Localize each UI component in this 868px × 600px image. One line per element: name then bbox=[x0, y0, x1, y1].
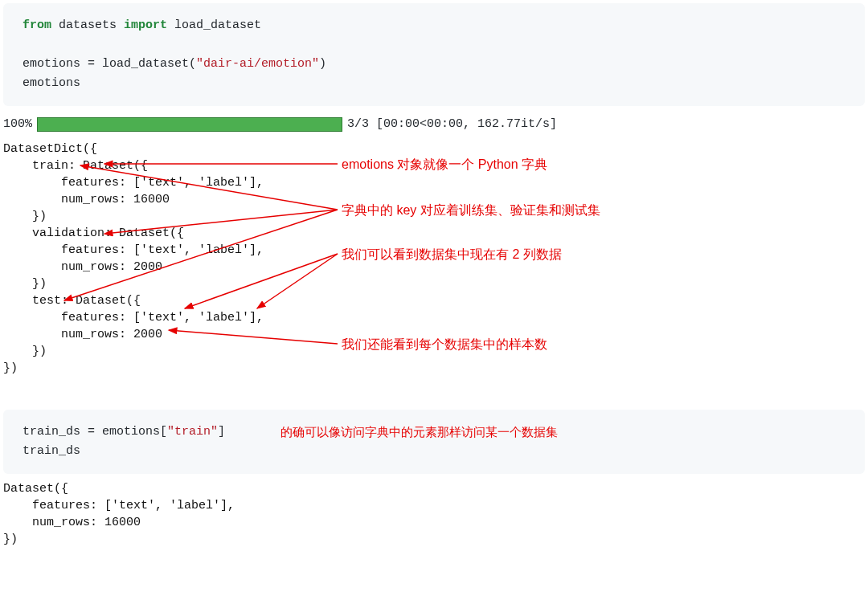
code-block-2: train_ds = emotions["train"] 的确可以像访问字典中的… bbox=[3, 410, 865, 474]
kw-from: from bbox=[23, 18, 51, 32]
output-line: features: ['text', 'label'], bbox=[3, 242, 865, 259]
progress-pct: 100% bbox=[3, 116, 32, 133]
output-line: train: Dataset({ bbox=[3, 157, 865, 174]
module-name: datasets bbox=[59, 18, 117, 32]
code-block-1: from datasets import load_dataset emotio… bbox=[3, 3, 865, 106]
code-text: ) bbox=[319, 57, 326, 71]
code-line: from datasets import load_dataset bbox=[23, 16, 845, 35]
output-area-1: 100% 3/3 [00:00<00:00, 162.77it/s] Datas… bbox=[0, 109, 868, 393]
progress-stats: 3/3 [00:00<00:00, 162.77it/s] bbox=[347, 116, 557, 133]
output-line: test: Dataset({ bbox=[3, 292, 865, 309]
output-line: num_rows: 2000 bbox=[3, 259, 865, 276]
fn-name: load_dataset bbox=[174, 18, 261, 32]
annotation-text: 的确可以像访问字典中的元素那样访问某一个数据集 bbox=[280, 422, 558, 442]
output-line: num_rows: 2000 bbox=[3, 326, 865, 343]
progress-row: 100% 3/3 [00:00<00:00, 162.77it/s] bbox=[3, 116, 865, 133]
string-literal: "dair-ai/emotion" bbox=[196, 57, 319, 71]
output-line: DatasetDict({ bbox=[3, 141, 865, 157]
kw-import: import bbox=[124, 18, 167, 32]
code-line: train_ds = emotions["train"] 的确可以像访问字典中的… bbox=[23, 422, 845, 442]
code-line: emotions = load_dataset("dair-ai/emotion… bbox=[23, 55, 845, 74]
code-text: ] bbox=[218, 425, 225, 439]
string-literal: "train" bbox=[167, 425, 218, 439]
output-line: }) bbox=[3, 343, 865, 360]
code-text: emotions = load_dataset( bbox=[23, 57, 196, 71]
output-line: num_rows: 16000 bbox=[3, 191, 865, 208]
output-line: validation: Dataset({ bbox=[3, 225, 865, 242]
code-text: train_ds = emotions[ bbox=[23, 425, 167, 439]
output-line: }) bbox=[3, 360, 865, 377]
code-line: emotions bbox=[23, 74, 845, 93]
progress-bar bbox=[37, 117, 342, 132]
output-line: features: ['text', 'label'], bbox=[3, 174, 865, 191]
output-line: Dataset({ bbox=[3, 480, 865, 497]
output-line: features: ['text', 'label'], bbox=[3, 497, 865, 514]
output-area-2: Dataset({ features: ['text', 'label'], n… bbox=[0, 477, 868, 564]
output-line: }) bbox=[3, 531, 865, 548]
output-line: features: ['text', 'label'], bbox=[3, 309, 865, 326]
output-line: }) bbox=[3, 276, 865, 292]
code-line: train_ds bbox=[23, 442, 845, 461]
output-line: }) bbox=[3, 208, 865, 225]
output-line: num_rows: 16000 bbox=[3, 514, 865, 531]
